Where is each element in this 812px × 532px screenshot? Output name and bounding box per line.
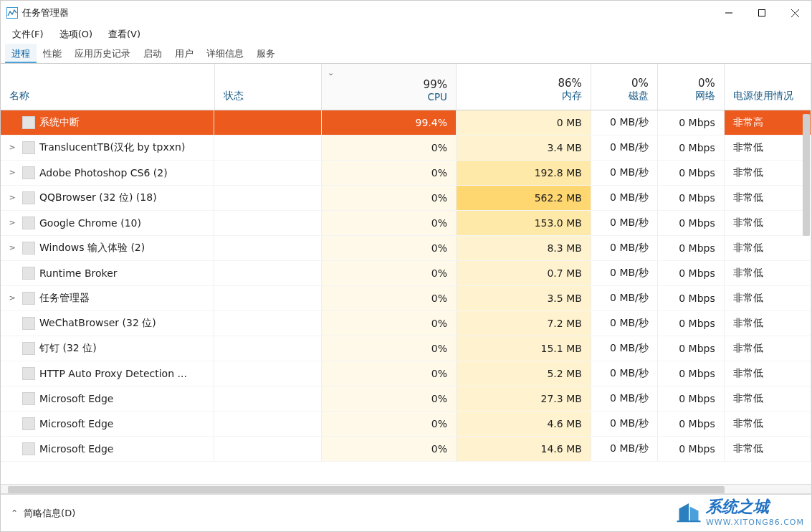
expand-icon[interactable]: > bbox=[6, 218, 18, 227]
expand-icon[interactable]: > bbox=[6, 243, 18, 252]
tab[interactable]: 详细信息 bbox=[200, 44, 250, 63]
table-row[interactable]: Microsoft Edge0%4.6 MB0 MB/秒0 Mbps非常低 bbox=[1, 412, 811, 437]
process-name-cell[interactable]: Microsoft Edge bbox=[1, 386, 214, 412]
status-cell bbox=[214, 437, 322, 462]
table-row[interactable]: Microsoft Edge0%14.6 MB0 MB/秒0 Mbps非常低 bbox=[1, 437, 811, 462]
process-name-cell[interactable]: >TranslucentTB(汉化 by tpxxn) bbox=[1, 136, 214, 161]
fewer-details-button[interactable]: ⌃ 简略信息(D) bbox=[11, 507, 75, 520]
cpu-cell: 0% bbox=[322, 437, 457, 462]
process-name-cell[interactable]: Runtime Broker bbox=[1, 261, 214, 286]
column-header-name[interactable]: 名称 bbox=[1, 64, 214, 110]
power-cell: 非常低 bbox=[724, 311, 811, 336]
network-cell: 0 Mbps bbox=[657, 437, 724, 462]
cpu-cell: 0% bbox=[322, 211, 457, 236]
titlebar: 任务管理器 bbox=[1, 1, 811, 25]
memory-cell: 8.3 MB bbox=[456, 236, 591, 261]
column-header-disk[interactable]: 0% 磁盘 bbox=[591, 64, 657, 110]
process-icon bbox=[22, 292, 35, 305]
process-name-cell[interactable]: WeChatBrowser (32 位) bbox=[1, 311, 214, 336]
network-cell: 0 Mbps bbox=[657, 211, 724, 236]
tab[interactable]: 启动 bbox=[137, 44, 168, 63]
menu-item[interactable]: 查看(V) bbox=[101, 26, 148, 43]
cpu-cell: 0% bbox=[322, 286, 457, 311]
column-header-status[interactable]: 状态 bbox=[214, 64, 322, 110]
column-header-cpu-label: CPU bbox=[330, 91, 447, 103]
column-header-memory[interactable]: 86% 内存 bbox=[456, 64, 591, 110]
tab[interactable]: 应用历史记录 bbox=[68, 44, 137, 63]
vertical-scrollbar-thumb[interactable] bbox=[803, 114, 810, 236]
expand-icon[interactable]: > bbox=[6, 168, 18, 177]
horizontal-scrollbar[interactable] bbox=[1, 484, 811, 494]
table-row[interactable]: Runtime Broker0%0.7 MB0 MB/秒0 Mbps非常低 bbox=[1, 261, 811, 286]
process-name-cell[interactable]: >QQBrowser (32 位) (18) bbox=[1, 186, 214, 211]
process-name: 系统中断 bbox=[39, 116, 205, 129]
maximize-button[interactable] bbox=[745, 1, 778, 25]
table-row[interactable]: HTTP Auto Proxy Detection ...0%5.2 MB0 M… bbox=[1, 361, 811, 386]
column-header-network[interactable]: 0% 网络 bbox=[657, 64, 724, 110]
tab[interactable]: 进程 bbox=[5, 44, 37, 63]
process-name-cell[interactable]: >Windows 输入体验 (2) bbox=[1, 236, 214, 261]
table-row[interactable]: >Windows 输入体验 (2)0%8.3 MB0 MB/秒0 Mbps非常低 bbox=[1, 236, 811, 261]
process-name: Microsoft Edge bbox=[39, 418, 205, 429]
power-cell: 非常低 bbox=[724, 336, 811, 361]
process-name-cell[interactable]: Microsoft Edge bbox=[1, 412, 214, 437]
column-header-cpu[interactable]: ⌄ 99% CPU bbox=[322, 64, 457, 110]
expand-icon[interactable]: > bbox=[6, 293, 18, 303]
process-name: Microsoft Edge bbox=[39, 393, 205, 404]
close-button[interactable] bbox=[778, 1, 811, 25]
disk-cell: 0 MB/秒 bbox=[591, 186, 657, 211]
table-row[interactable]: >Google Chrome (10)0%153.0 MB0 MB/秒0 Mbp… bbox=[1, 211, 811, 236]
network-cell: 0 Mbps bbox=[657, 286, 724, 311]
memory-cell: 4.6 MB bbox=[456, 412, 591, 437]
horizontal-scrollbar-thumb[interactable] bbox=[8, 486, 725, 493]
disk-cell: 0 MB/秒 bbox=[591, 110, 657, 136]
process-table-area: 名称 状态 ⌄ 99% CPU 86% 内存 0% bbox=[1, 64, 811, 494]
tab[interactable]: 性能 bbox=[37, 44, 68, 63]
process-icon bbox=[22, 317, 35, 330]
column-header-power[interactable]: 电源使用情况 bbox=[724, 64, 811, 110]
process-name-cell[interactable]: >Adobe Photoshop CS6 (2) bbox=[1, 161, 214, 186]
table-row[interactable]: 系统中断99.4%0 MB0 MB/秒0 Mbps非常高 bbox=[1, 110, 811, 136]
cpu-cell: 0% bbox=[322, 261, 457, 286]
process-icon bbox=[22, 242, 35, 255]
table-scroller[interactable]: 名称 状态 ⌄ 99% CPU 86% 内存 0% bbox=[1, 64, 811, 484]
process-icon bbox=[22, 191, 35, 204]
table-row[interactable]: >TranslucentTB(汉化 by tpxxn)0%3.4 MB0 MB/… bbox=[1, 136, 811, 161]
tab[interactable]: 用户 bbox=[168, 44, 200, 63]
process-name-cell[interactable]: 系统中断 bbox=[1, 110, 214, 136]
memory-cell: 3.4 MB bbox=[456, 136, 591, 161]
process-name-cell[interactable]: Microsoft Edge bbox=[1, 437, 214, 462]
table-row[interactable]: >QQBrowser (32 位) (18)0%562.2 MB0 MB/秒0 … bbox=[1, 186, 811, 211]
table-row[interactable]: >任务管理器0%3.5 MB0 MB/秒0 Mbps非常低 bbox=[1, 286, 811, 311]
power-cell: 非常低 bbox=[724, 236, 811, 261]
memory-cell: 27.3 MB bbox=[456, 386, 591, 412]
process-icon bbox=[22, 417, 35, 430]
status-cell bbox=[214, 236, 322, 261]
disk-total-percent: 0% bbox=[600, 77, 649, 90]
power-cell: 非常低 bbox=[724, 361, 811, 386]
table-row[interactable]: WeChatBrowser (32 位)0%7.2 MB0 MB/秒0 Mbps… bbox=[1, 311, 811, 336]
menu-item[interactable]: 选项(O) bbox=[52, 26, 100, 43]
cpu-cell: 99.4% bbox=[322, 110, 457, 136]
process-name-cell[interactable]: HTTP Auto Proxy Detection ... bbox=[1, 361, 214, 386]
disk-cell: 0 MB/秒 bbox=[591, 336, 657, 361]
tab[interactable]: 服务 bbox=[250, 44, 282, 63]
process-name-cell[interactable]: >Google Chrome (10) bbox=[1, 211, 214, 236]
expand-icon[interactable]: > bbox=[6, 193, 18, 202]
power-cell: 非常高 bbox=[724, 110, 811, 136]
process-name-cell[interactable]: 钉钉 (32 位) bbox=[1, 336, 214, 361]
table-row[interactable]: 钉钉 (32 位)0%15.1 MB0 MB/秒0 Mbps非常低 bbox=[1, 336, 811, 361]
minimize-button[interactable] bbox=[712, 1, 745, 25]
status-cell bbox=[214, 211, 322, 236]
memory-cell: 5.2 MB bbox=[456, 361, 591, 386]
watermark-url: WWW.XITONG86.COM bbox=[706, 518, 804, 527]
watermark: 系统之城 WWW.XITONG86.COM bbox=[676, 496, 804, 527]
memory-total-percent: 86% bbox=[465, 77, 582, 90]
status-cell bbox=[214, 361, 322, 386]
table-row[interactable]: Microsoft Edge0%27.3 MB0 MB/秒0 Mbps非常低 bbox=[1, 386, 811, 412]
expand-icon[interactable]: > bbox=[6, 143, 18, 152]
process-name: Microsoft Edge bbox=[39, 443, 205, 455]
process-name-cell[interactable]: >任务管理器 bbox=[1, 286, 214, 311]
menu-item[interactable]: 文件(F) bbox=[5, 26, 51, 43]
table-row[interactable]: >Adobe Photoshop CS6 (2)0%192.8 MB0 MB/秒… bbox=[1, 161, 811, 186]
